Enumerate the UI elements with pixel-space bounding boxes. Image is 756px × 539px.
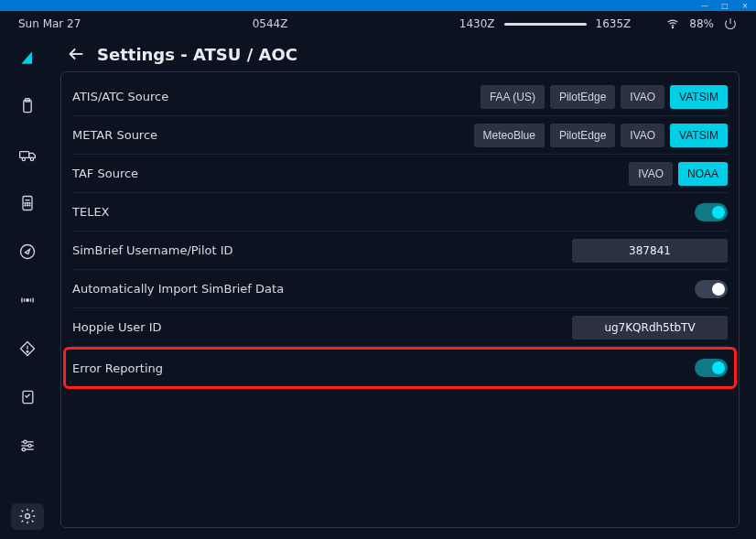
svg-point-25 — [26, 514, 30, 519]
hoppie-id-label: Hoppie User ID — [72, 320, 162, 334]
status-time-3: 1635Z — [596, 17, 632, 30]
power-icon[interactable] — [723, 16, 738, 31]
row-metar-source: METAR Source MeteoBlue PilotEdge IVAO VA… — [72, 116, 728, 155]
row-hoppie-id: Hoppie User ID ug7KQRdh5tbTV — [72, 308, 728, 347]
battery-percent: 88% — [689, 17, 714, 30]
settings-panel: ATIS/ATC Source FAA (US) PilotEdge IVAO … — [60, 71, 740, 528]
window-close-button[interactable]: × — [740, 1, 751, 10]
svg-point-8 — [25, 202, 26, 203]
row-telex: TELEX — [72, 193, 728, 232]
truck-icon[interactable] — [11, 141, 44, 167]
error-reporting-label: Error Reporting — [72, 361, 163, 375]
status-time-1: 0544Z — [253, 17, 288, 30]
metar-source-label: METAR Source — [72, 128, 157, 142]
page-title: Settings - ATSU / AOC — [97, 45, 297, 64]
row-error-reporting: Error Reporting — [65, 349, 735, 387]
sliders-icon[interactable] — [11, 433, 44, 459]
svg-point-23 — [28, 445, 31, 447]
simbrief-id-value[interactable]: 387841 — [572, 239, 728, 263]
svg-point-13 — [29, 205, 30, 206]
svg-point-11 — [25, 205, 26, 206]
row-simbrief-id: SimBrief Username/Pilot ID 387841 — [72, 232, 728, 270]
auto-import-toggle[interactable] — [695, 280, 728, 298]
svg-point-10 — [29, 202, 30, 203]
status-date: Sun Mar 27 — [18, 17, 81, 30]
checklist-icon[interactable] — [11, 384, 44, 411]
metar-option-vatsim[interactable]: VATSIM — [670, 124, 728, 147]
telex-label: TELEX — [72, 205, 110, 219]
atis-option-faa[interactable]: FAA (US) — [481, 85, 545, 109]
svg-rect-18 — [23, 392, 33, 404]
svg-point-12 — [27, 205, 28, 206]
time-slider[interactable] — [504, 23, 587, 26]
svg-point-22 — [24, 440, 27, 443]
settings-gear-icon[interactable] — [11, 503, 44, 530]
window-maximize-button[interactable]: □ — [719, 1, 730, 10]
row-taf-source: TAF Source IVAO NOAA — [72, 155, 728, 193]
svg-point-0 — [673, 27, 674, 27]
taf-option-ivao[interactable]: IVAO — [629, 162, 673, 186]
window-titlebar: — □ × — [0, 0, 756, 11]
status-time-2: 1430Z — [459, 17, 495, 30]
svg-rect-3 — [20, 151, 29, 157]
hoppie-id-value[interactable]: ug7KQRdh5tbTV — [572, 316, 728, 340]
auto-import-label: Automatically Import SimBrief Data — [72, 282, 284, 296]
telex-toggle[interactable] — [695, 203, 728, 221]
atis-option-pilotedge[interactable]: PilotEdge — [550, 85, 615, 109]
radio-icon[interactable] — [11, 286, 44, 313]
compass-icon[interactable] — [11, 238, 44, 264]
svg-point-17 — [27, 351, 28, 353]
row-auto-import: Automatically Import SimBrief Data — [72, 270, 728, 308]
svg-point-14 — [21, 244, 35, 258]
atis-option-ivao[interactable]: IVAO — [621, 85, 664, 109]
error-reporting-toggle[interactable] — [695, 359, 728, 377]
svg-point-9 — [27, 202, 28, 203]
simbrief-id-label: SimBrief Username/Pilot ID — [72, 243, 233, 257]
clipboard-icon[interactable] — [11, 92, 44, 119]
wifi-icon — [665, 16, 680, 31]
warning-icon[interactable] — [11, 336, 44, 362]
calculator-icon[interactable] — [11, 189, 44, 216]
atis-source-label: ATIS/ATC Source — [72, 90, 168, 103]
taf-option-noaa[interactable]: NOAA — [678, 162, 728, 186]
svg-point-4 — [22, 157, 25, 160]
svg-point-5 — [30, 157, 33, 160]
metar-option-pilotedge[interactable]: PilotEdge — [550, 124, 615, 147]
metar-option-meteoblue[interactable]: MeteoBlue — [474, 124, 545, 147]
metar-option-ivao[interactable]: IVAO — [621, 124, 664, 147]
row-atis-source: ATIS/ATC Source FAA (US) PilotEdge IVAO … — [72, 78, 728, 116]
window-minimize-button[interactable]: — — [699, 1, 710, 10]
svg-point-24 — [22, 448, 25, 451]
atis-option-vatsim[interactable]: VATSIM — [670, 85, 728, 109]
svg-point-15 — [27, 299, 29, 302]
back-button[interactable] — [66, 44, 86, 64]
status-bar: Sun Mar 27 0544Z 1430Z 1635Z 88% — [0, 11, 756, 37]
logo-icon — [11, 44, 44, 70]
taf-source-label: TAF Source — [72, 167, 138, 180]
sidebar — [0, 37, 55, 539]
